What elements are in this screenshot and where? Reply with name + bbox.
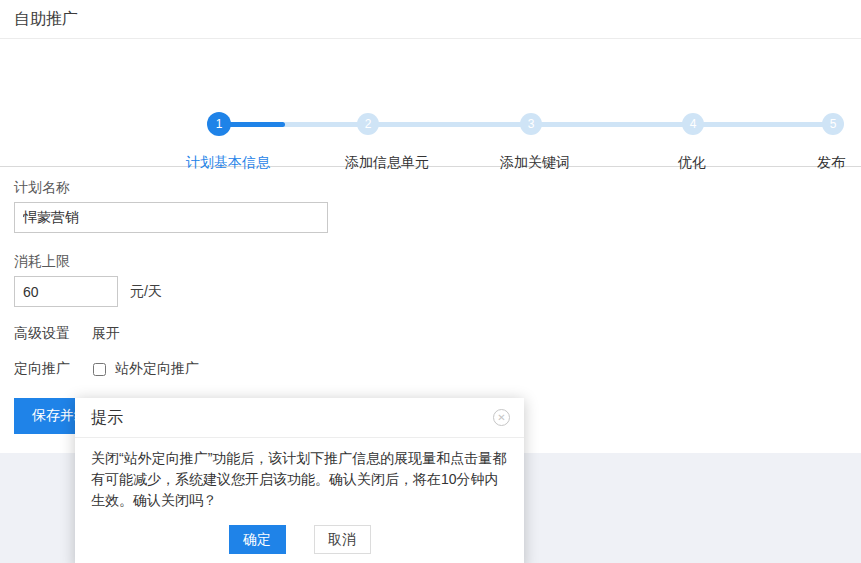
step-1-circle[interactable]: 1 (207, 112, 231, 136)
page-title: 自助推广 (14, 10, 78, 27)
targeting-label: 定向推广 (14, 360, 70, 378)
advanced-settings-row: 高级设置 展开 (14, 325, 847, 343)
step-3-circle[interactable]: 3 (520, 113, 542, 135)
cancel-button[interactable]: 取消 (314, 525, 371, 554)
step-1-label[interactable]: 计划基本信息 (186, 154, 270, 172)
step-2-label[interactable]: 添加信息单元 (345, 154, 429, 172)
budget-label: 消耗上限 (14, 253, 847, 271)
dialog-message: 关闭“站外定向推广”功能后，该计划下推广信息的展现量和点击量都有可能减少，系统建… (75, 438, 524, 517)
step-2-circle[interactable]: 2 (357, 113, 379, 135)
targeting-row: 定向推广 站外定向推广 (14, 360, 847, 378)
step-5-label[interactable]: 发布 (817, 154, 845, 172)
dialog-title: 提示 (91, 409, 123, 426)
dialog-header: 提示 ✕ (75, 398, 524, 438)
step-5-circle[interactable]: 5 (822, 113, 844, 135)
budget-unit-label: 元/天 (130, 283, 162, 301)
campaign-form: 计划名称 消耗上限 元/天 高级设置 展开 定向推广 站外定向推广 保存并继续 (0, 167, 861, 434)
plan-name-label: 计划名称 (14, 179, 847, 197)
step-4-circle[interactable]: 4 (682, 113, 704, 135)
confirm-dialog: 提示 ✕ 关闭“站外定向推广”功能后，该计划下推广信息的展现量和点击量都有可能减… (75, 398, 524, 563)
offsite-targeting-label[interactable]: 站外定向推广 (115, 360, 199, 378)
plan-name-field: 计划名称 (14, 179, 847, 233)
dialog-button-row: 确定 取消 (75, 517, 524, 563)
plan-name-input[interactable] (14, 202, 328, 233)
step-wizard: 1 2 3 4 5 计划基本信息 添加信息单元 添加关键词 优化 发布 (0, 39, 861, 167)
close-icon[interactable]: ✕ (493, 409, 510, 426)
step-3-label[interactable]: 添加关键词 (500, 154, 570, 172)
page-header: 自助推广 (0, 0, 861, 39)
advanced-settings-label: 高级设置 (14, 325, 70, 343)
offsite-targeting-checkbox[interactable] (93, 363, 106, 376)
step-4-label[interactable]: 优化 (678, 154, 706, 172)
budget-input[interactable] (14, 276, 118, 307)
expand-link[interactable]: 展开 (92, 325, 120, 343)
confirm-button[interactable]: 确定 (229, 525, 286, 554)
budget-field: 消耗上限 元/天 (14, 253, 847, 307)
